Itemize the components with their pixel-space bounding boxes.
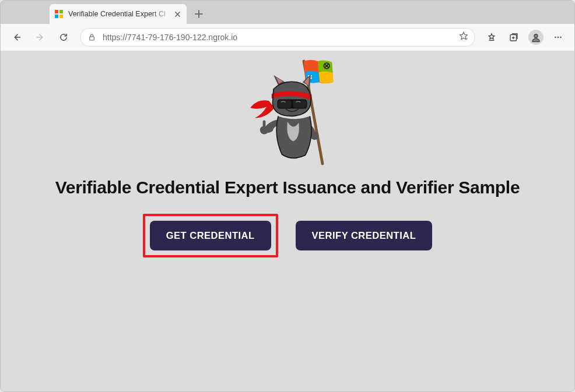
menu-button[interactable] (548, 27, 569, 47)
new-tab-button[interactable] (190, 5, 208, 23)
verify-credential-button[interactable]: VERIFY CREDENTIAL (296, 221, 433, 250)
svg-point-17 (260, 126, 268, 134)
forward-button[interactable] (30, 27, 51, 47)
svg-point-10 (560, 37, 561, 38)
back-button[interactable] (6, 27, 27, 47)
get-credential-button[interactable]: GET CREDENTIAL (150, 221, 271, 250)
tab-favicon-icon (54, 9, 64, 19)
highlight-box: GET CREDENTIAL (143, 214, 278, 257)
ninja-cat-mascot-icon (241, 56, 334, 173)
svg-rect-0 (55, 10, 58, 13)
site-info-icon[interactable] (86, 32, 97, 43)
profile-button[interactable] (525, 27, 546, 47)
browser-chrome: Verifiable Credential Expert Cl + (1, 1, 574, 51)
browser-tab[interactable]: Verifiable Credential Expert Cl (50, 4, 187, 24)
svg-rect-3 (59, 15, 63, 18)
page-title: Verifiable Credential Expert Issuance an… (55, 176, 520, 199)
url-input[interactable] (103, 33, 458, 42)
page-content: Verifiable Credential Expert Issuance an… (1, 51, 574, 391)
favorites-icon[interactable]: + (458, 31, 469, 44)
refresh-button[interactable] (53, 27, 74, 47)
avatar-icon (528, 30, 544, 45)
svg-point-7 (534, 34, 538, 38)
svg-point-9 (558, 37, 559, 38)
svg-rect-4 (89, 37, 94, 40)
svg-text:+: + (466, 37, 468, 41)
favorites-list-icon[interactable] (481, 27, 502, 47)
svg-rect-2 (55, 15, 58, 18)
svg-rect-1 (59, 10, 63, 13)
button-row: GET CREDENTIAL VERIFY CREDENTIAL (143, 214, 433, 257)
tab-title: Verifiable Credential Expert Cl (68, 10, 173, 18)
tab-close-icon[interactable] (173, 9, 182, 19)
collections-icon[interactable] (503, 27, 524, 47)
address-bar[interactable]: + (80, 28, 475, 47)
browser-toolbar: + (1, 24, 574, 51)
svg-point-8 (555, 37, 556, 38)
toolbar-right (481, 27, 569, 47)
tab-strip: Verifiable Credential Expert Cl (1, 1, 574, 24)
